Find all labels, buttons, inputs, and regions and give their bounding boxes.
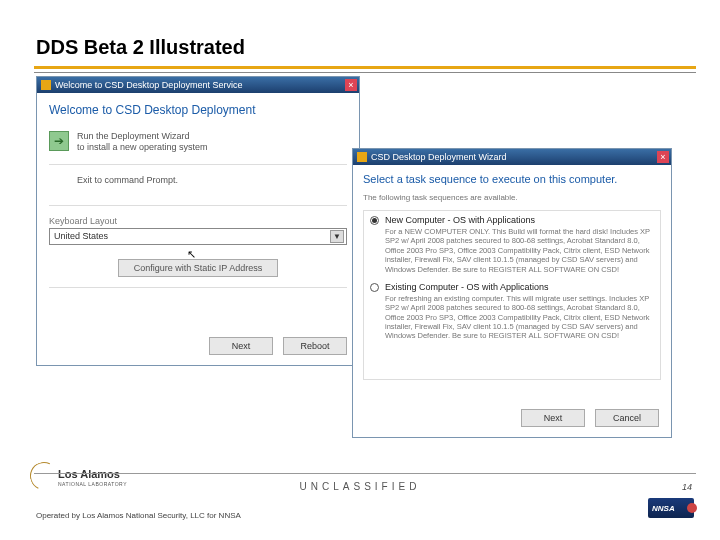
close-icon[interactable]: × bbox=[345, 79, 357, 91]
divider-thin bbox=[34, 72, 696, 73]
next-button[interactable]: Next bbox=[209, 337, 273, 355]
lab-subtitle: NATIONAL LABORATORY bbox=[58, 481, 127, 487]
app-icon bbox=[357, 152, 367, 162]
operated-by-label: Operated by Los Alamos National Security… bbox=[36, 511, 241, 520]
task-subheading: The following task sequences are availab… bbox=[353, 189, 671, 208]
reboot-button[interactable]: Reboot bbox=[283, 337, 347, 355]
footer-divider bbox=[34, 473, 696, 474]
chevron-down-icon[interactable]: ▼ bbox=[330, 230, 344, 243]
task-new-title: New Computer - OS with Applications bbox=[385, 215, 535, 225]
nnsa-seal-icon bbox=[687, 503, 697, 513]
task-sequence-window: CSD Desktop Deployment Wizard × Select a… bbox=[352, 148, 672, 438]
classification-label: UNCLASSIFIED bbox=[300, 481, 421, 492]
cancel-button[interactable]: Cancel bbox=[595, 409, 659, 427]
nnsa-logo: NNSA bbox=[648, 498, 694, 518]
task-existing-desc: For refreshing an existing computer. Thi… bbox=[385, 294, 654, 341]
radio-icon[interactable] bbox=[370, 283, 379, 292]
task-window-title: CSD Desktop Deployment Wizard bbox=[371, 152, 507, 162]
app-icon bbox=[41, 80, 51, 90]
exit-prompt-label: Exit to command Prompt. bbox=[77, 175, 178, 186]
divider bbox=[49, 287, 347, 288]
task-option-new[interactable]: New Computer - OS with Applications bbox=[370, 215, 654, 225]
task-list: New Computer - OS with Applications For … bbox=[363, 210, 661, 380]
configure-static-ip-button[interactable]: Configure with Static IP Address bbox=[118, 259, 278, 277]
run-wizard-line2: to install a new operating system bbox=[77, 142, 208, 153]
run-wizard-line1: Run the Deployment Wizard bbox=[77, 131, 190, 141]
task-new-desc: For a NEW COMPUTER ONLY. This Build will… bbox=[385, 227, 654, 274]
arrow-run-icon: ➔ bbox=[49, 131, 69, 151]
slide-number: 14 bbox=[682, 482, 692, 492]
keyboard-layout-label: Keyboard Layout bbox=[37, 210, 359, 228]
keyboard-layout-value: United States bbox=[54, 231, 108, 241]
keyboard-layout-select[interactable]: United States ▼ bbox=[49, 228, 347, 245]
task-existing-title: Existing Computer - OS with Applications bbox=[385, 282, 549, 292]
welcome-title: Welcome to CSD Desktop Deployment Servic… bbox=[55, 80, 242, 90]
divider-gold bbox=[34, 66, 696, 69]
welcome-window: Welcome to CSD Desktop Deployment Servic… bbox=[36, 76, 360, 366]
blank-icon bbox=[49, 175, 69, 195]
lab-name: Los Alamos bbox=[58, 468, 120, 480]
los-alamos-logo: Los Alamos NATIONAL LABORATORY bbox=[30, 462, 140, 496]
task-option-existing[interactable]: Existing Computer - OS with Applications bbox=[370, 282, 654, 292]
run-wizard-item[interactable]: ➔ Run the Deployment Wizard to install a… bbox=[37, 125, 359, 160]
nnsa-text: NNSA bbox=[652, 504, 675, 513]
arc-icon bbox=[26, 458, 62, 494]
welcome-heading: Welcome to CSD Desktop Deployment bbox=[37, 93, 359, 125]
welcome-titlebar[interactable]: Welcome to CSD Desktop Deployment Servic… bbox=[37, 77, 359, 93]
task-titlebar[interactable]: CSD Desktop Deployment Wizard × bbox=[353, 149, 671, 165]
exit-prompt-item[interactable]: Exit to command Prompt. bbox=[37, 169, 359, 201]
next-button[interactable]: Next bbox=[521, 409, 585, 427]
task-heading: Select a task sequence to execute on thi… bbox=[353, 165, 671, 189]
divider bbox=[49, 164, 347, 165]
slide-title: DDS Beta 2 Illustrated bbox=[36, 36, 245, 59]
close-icon[interactable]: × bbox=[657, 151, 669, 163]
divider bbox=[49, 205, 347, 206]
radio-selected-icon[interactable] bbox=[370, 216, 379, 225]
cursor-icon: ↖ bbox=[187, 248, 196, 261]
